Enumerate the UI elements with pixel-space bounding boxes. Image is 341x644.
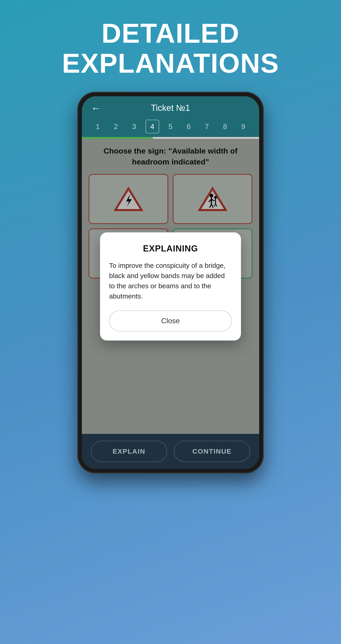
header-title: DETAILED EXPLANATIONS <box>62 18 279 78</box>
modal-overlay: EXPLAINING To improve the conspicuity of… <box>82 139 259 434</box>
back-button[interactable]: ← <box>91 102 101 114</box>
modal-title: EXPLAINING <box>109 244 232 254</box>
ticket-title: Ticket №1 <box>151 103 190 113</box>
tab-1[interactable]: 1 <box>91 120 105 133</box>
progress-bar <box>82 137 259 139</box>
phone-mockup: ← Ticket №1 1 2 3 4 5 6 7 8 9 Choose <box>77 92 264 474</box>
modal-close-button[interactable]: Close <box>109 310 232 332</box>
question-tabs: 1 2 3 4 5 6 7 8 9 <box>82 118 259 137</box>
main-content: Choose the sign: "Available width of hea… <box>82 139 259 434</box>
continue-button[interactable]: CONTINUE <box>174 441 250 462</box>
progress-fill <box>82 137 153 139</box>
tab-9[interactable]: 9 <box>236 120 250 133</box>
tab-8[interactable]: 8 <box>218 120 232 133</box>
phone-screen: ← Ticket №1 1 2 3 4 5 6 7 8 9 Choose <box>82 96 259 469</box>
tab-4[interactable]: 4 <box>146 120 159 133</box>
tab-6[interactable]: 6 <box>182 120 195 133</box>
modal-body: To improve the conspicuity of a bridge, … <box>109 260 232 301</box>
bottom-nav: EXPLAIN CONTINUE <box>82 434 259 469</box>
top-bar: ← Ticket №1 <box>82 96 259 118</box>
tab-5[interactable]: 5 <box>164 120 177 133</box>
tab-3[interactable]: 3 <box>127 120 141 133</box>
tab-7[interactable]: 7 <box>200 120 214 133</box>
tab-2[interactable]: 2 <box>109 120 123 133</box>
explain-button[interactable]: EXPLAIN <box>91 441 167 462</box>
modal-box: EXPLAINING To improve the conspicuity of… <box>100 232 241 340</box>
